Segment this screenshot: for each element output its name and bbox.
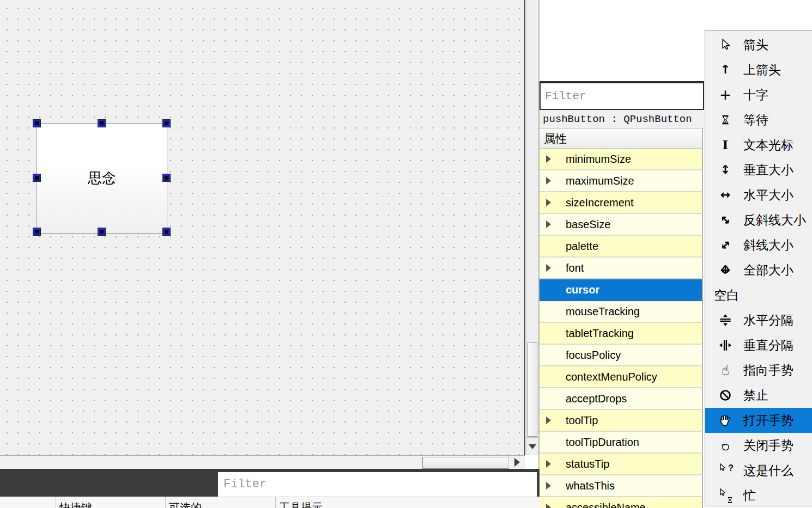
cursor-menu-item-label: 全部大小 bbox=[743, 262, 793, 279]
cursor-menu-item-up-arrow[interactable]: ↑上箭头 bbox=[705, 57, 812, 82]
property-section-header[interactable]: 属性 bbox=[540, 129, 703, 149]
property-name-label: cursor bbox=[566, 284, 599, 296]
cursor-menu-item-label: 垂直大小 bbox=[743, 162, 793, 179]
property-name-label: whatsThis bbox=[566, 480, 615, 492]
property-row-accessibleName[interactable]: accessibleName bbox=[540, 497, 703, 508]
property-row-maximumSize[interactable]: maximumSize bbox=[540, 170, 703, 192]
busy-cursor-icon bbox=[718, 488, 732, 503]
property-name-label: focusPolicy bbox=[566, 349, 621, 362]
property-row-minimumSize[interactable]: minimumSize bbox=[540, 149, 703, 170]
selection-handle-ne[interactable] bbox=[163, 120, 170, 127]
cross-cursor-icon: + bbox=[718, 88, 732, 102]
forbidden-cursor-icon bbox=[718, 389, 732, 401]
whats-this-cursor-icon: ? bbox=[718, 463, 732, 478]
property-row-acceptDrops[interactable]: acceptDrops bbox=[540, 388, 703, 410]
selection-handle-n[interactable] bbox=[98, 120, 105, 127]
cursor-menu-item-label: 箭头 bbox=[743, 36, 768, 53]
cursor-menu-item-size-all[interactable]: ↔↕全部大小 bbox=[705, 258, 812, 283]
expand-arrow-icon[interactable] bbox=[546, 482, 551, 489]
canvas-horizontal-scrollbar[interactable] bbox=[0, 455, 525, 469]
selection-handle-se[interactable] bbox=[163, 228, 170, 235]
action-table-header: 快捷键 可选的 工具提示 bbox=[0, 497, 540, 508]
property-row-statusTip[interactable]: statusTip bbox=[540, 454, 703, 475]
expand-arrow-icon[interactable] bbox=[546, 221, 551, 228]
scroll-right-button[interactable] bbox=[508, 456, 525, 469]
cursor-menu-item-size-backslash[interactable]: ↔反斜线大小 bbox=[705, 207, 812, 232]
cursor-menu-item-cross[interactable]: +十字 bbox=[705, 82, 812, 107]
cursor-menu-item-arrow[interactable]: 箭头 bbox=[705, 32, 812, 57]
cursor-menu-item-label: 水平大小 bbox=[743, 187, 793, 204]
table-header-shortcut[interactable]: 快捷键 bbox=[56, 497, 165, 508]
cursor-menu-item-label: 禁止 bbox=[743, 387, 768, 404]
property-name-label: maximumSize bbox=[566, 175, 634, 187]
selection-handle-e[interactable] bbox=[163, 174, 170, 181]
cursor-menu-item-whats-this[interactable]: ?这是什么 bbox=[705, 458, 812, 483]
size-horizontal-cursor-icon: ↔ bbox=[718, 189, 732, 201]
property-row-contextMenuPolicy[interactable]: contextMenuPolicy bbox=[540, 366, 703, 388]
property-name-label: statusTip bbox=[566, 458, 609, 470]
selection-handle-s[interactable] bbox=[98, 228, 105, 235]
cursor-menu-item-busy[interactable]: 忙 bbox=[705, 483, 812, 506]
property-row-sizeIncrement[interactable]: sizeIncrement bbox=[540, 192, 703, 214]
canvas-vertical-scrollbar[interactable] bbox=[526, 0, 538, 455]
expand-arrow-icon[interactable] bbox=[546, 155, 551, 163]
cursor-menu-item-ibeam[interactable]: I文本光标 bbox=[705, 132, 812, 157]
expand-arrow-icon[interactable] bbox=[546, 417, 551, 424]
property-filter-input[interactable] bbox=[540, 81, 704, 110]
vertical-scrollbar-thumb[interactable] bbox=[528, 342, 537, 437]
property-row-palette[interactable]: palette bbox=[540, 236, 703, 258]
cursor-menu-item-size-slash[interactable]: ↔斜线大小 bbox=[705, 232, 812, 258]
action-filter-input[interactable] bbox=[218, 472, 537, 497]
property-row-tabletTracking[interactable]: tabletTracking bbox=[540, 323, 703, 345]
property-name-label: sizeIncrement bbox=[566, 197, 634, 209]
cursor-menu-item-label: 关闭手势 bbox=[743, 437, 793, 454]
property-row-toolTipDuration[interactable]: toolTipDuration bbox=[540, 432, 703, 454]
cursor-menu-item-pointing-hand[interactable]: ☝指向手势 bbox=[705, 358, 812, 383]
property-row-focusPolicy[interactable]: focusPolicy bbox=[540, 345, 703, 366]
push-button-label: 思念 bbox=[88, 169, 116, 188]
property-name-label: toolTip bbox=[566, 414, 598, 427]
expand-arrow-icon[interactable] bbox=[546, 460, 551, 468]
selection-handle-w[interactable] bbox=[33, 174, 40, 181]
horizontal-scrollbar-thumb[interactable] bbox=[422, 457, 509, 469]
cursor-menu-item-label: 等待 bbox=[743, 112, 768, 128]
split-horizontal-cursor-icon bbox=[718, 314, 732, 326]
table-header-checkable[interactable]: 可选的 bbox=[165, 497, 275, 508]
cursor-menu-item-blank[interactable]: 空白 bbox=[705, 283, 812, 308]
arrow-cursor-icon bbox=[718, 39, 732, 51]
cursor-menu-item-label: 上箭头 bbox=[743, 62, 781, 78]
table-header-empty[interactable] bbox=[0, 497, 56, 508]
property-row-cursor[interactable]: cursor bbox=[540, 279, 703, 301]
table-header-tooltip[interactable]: 工具提示 bbox=[275, 497, 540, 508]
scroll-down-button[interactable] bbox=[526, 437, 538, 456]
expand-arrow-icon[interactable] bbox=[546, 504, 551, 508]
cursor-menu-item-split-vertical[interactable]: 垂直分隔 bbox=[705, 333, 812, 358]
cursor-menu-item-forbidden[interactable]: 禁止 bbox=[705, 383, 812, 408]
cursor-menu-item-split-horizontal[interactable]: 水平分隔 bbox=[705, 308, 812, 333]
property-row-font[interactable]: font bbox=[540, 258, 703, 279]
cursor-menu-item-label: 打开手势 bbox=[743, 412, 793, 429]
property-row-toolTip[interactable]: toolTip bbox=[540, 410, 703, 432]
property-name-label: font bbox=[566, 262, 584, 274]
property-row-mouseTracking[interactable]: mouseTracking bbox=[540, 301, 703, 323]
designed-push-button[interactable]: 思念 bbox=[37, 123, 167, 234]
cursor-menu-item-open-hand[interactable]: 打开手势 bbox=[705, 408, 812, 433]
triangle-right-icon bbox=[514, 458, 520, 467]
selection-handle-nw[interactable] bbox=[33, 120, 40, 127]
property-row-baseSize[interactable]: baseSize bbox=[540, 214, 703, 236]
cursor-menu-item-wait[interactable]: 等待 bbox=[705, 107, 812, 132]
cursor-menu-item-size-horizontal[interactable]: ↔水平大小 bbox=[705, 182, 812, 207]
cursor-menu-item-closed-hand[interactable]: 关闭手势 bbox=[705, 433, 812, 458]
cursor-menu-item-label: 十字 bbox=[743, 87, 768, 103]
expand-arrow-icon[interactable] bbox=[546, 264, 551, 272]
cursor-menu-item-size-vertical[interactable]: ↕垂直大小 bbox=[705, 157, 812, 182]
selection-handle-sw[interactable] bbox=[33, 228, 40, 235]
qt-designer-window: 思念 快捷键 可选的 工具提示 pushButton : QPushButton… bbox=[0, 0, 812, 508]
expand-arrow-icon[interactable] bbox=[546, 177, 551, 185]
cursor-menu-item-label: 文本光标 bbox=[743, 137, 793, 154]
property-name-label: accessibleName bbox=[566, 501, 646, 508]
form-editor-canvas[interactable]: 思念 bbox=[0, 0, 525, 455]
cursor-menu-item-label: 指向手势 bbox=[743, 362, 793, 379]
expand-arrow-icon[interactable] bbox=[546, 199, 551, 206]
property-row-whatsThis[interactable]: whatsThis bbox=[540, 475, 703, 497]
